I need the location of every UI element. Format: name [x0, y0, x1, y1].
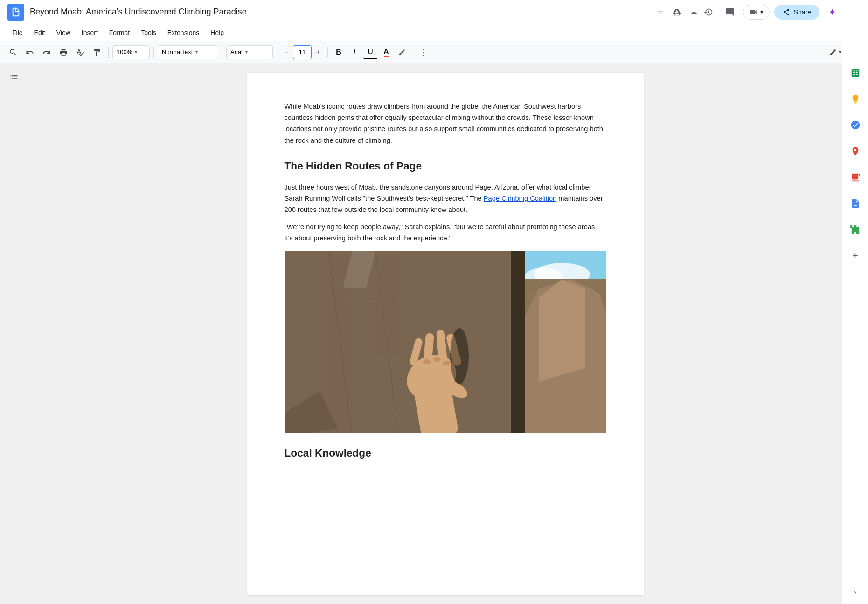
style-select[interactable]: Normal text ▾ [158, 45, 218, 59]
menu-bar: File Edit View Insert Format Tools Exten… [0, 24, 868, 41]
style-arrow: ▾ [195, 49, 198, 55]
right-panel: + › [842, 0, 868, 604]
climbing-image [285, 251, 606, 433]
sep4 [277, 47, 277, 58]
undo-button[interactable] [22, 45, 37, 60]
sep1 [108, 47, 109, 58]
svg-marker-12 [539, 279, 585, 382]
expand-panel-button[interactable]: › [854, 588, 856, 597]
svg-point-28 [450, 328, 469, 384]
sep6 [413, 47, 413, 58]
chevron-icon: › [854, 589, 856, 596]
title-bar: Beyond Moab: America's Undiscovered Clim… [0, 0, 868, 24]
menu-file[interactable]: File [7, 27, 28, 38]
maps-addon-icon[interactable] [846, 142, 865, 161]
sep5 [327, 47, 328, 58]
menu-format[interactable]: Format [104, 27, 134, 38]
menu-extensions[interactable]: Extensions [163, 27, 204, 38]
page-climbing-coalition-link[interactable]: Page Climbing Coalition [484, 195, 556, 202]
italic-button[interactable]: I [347, 45, 361, 59]
font-size-input[interactable]: 11 [293, 45, 312, 59]
section1-paragraph2: "We're not trying to keep people away," … [285, 221, 606, 244]
zoom-arrow: ▾ [135, 49, 137, 55]
scroll-area[interactable]: While Moab's iconic routes draw climbers… [28, 63, 862, 604]
sheets-addon-icon[interactable] [846, 63, 865, 82]
highlight-button[interactable] [395, 45, 409, 59]
font-size-decrease[interactable]: − [281, 47, 292, 58]
search-button[interactable] [6, 45, 21, 60]
document-page: While Moab's iconic routes draw climbers… [247, 73, 644, 595]
title-info: Beyond Moab: America's Undiscovered Clim… [30, 7, 649, 17]
outline-icon[interactable] [7, 71, 21, 86]
bold-button[interactable]: B [332, 45, 346, 59]
font-size-container: − 11 + [281, 45, 324, 59]
menu-help[interactable]: Help [206, 27, 229, 38]
cloud-icon[interactable]: ☁ [687, 6, 700, 19]
share-button[interactable]: Share [774, 5, 819, 20]
underline-button[interactable]: U [363, 45, 377, 59]
gemini-icon[interactable]: ✦ [824, 4, 840, 20]
addon-green-icon[interactable] [846, 220, 865, 239]
sep3 [222, 47, 222, 58]
meet-label: ▾ [760, 8, 764, 15]
intro-paragraph: While Moab's iconic routes draw climbers… [285, 101, 606, 146]
font-color-button[interactable]: A [379, 45, 393, 59]
paintformat-button[interactable] [90, 45, 104, 60]
keep-addon-icon[interactable] [846, 90, 865, 108]
star-icon[interactable]: ☆ [653, 6, 667, 19]
font-size-increase[interactable]: + [312, 47, 324, 58]
main-area: While Moab's iconic routes draw climbers… [0, 63, 868, 604]
title-icons: ☆ ☁ [653, 6, 700, 19]
font-arrow: ▾ [245, 49, 248, 55]
edit-mode-label: ▾ [839, 49, 842, 56]
menu-tools[interactable]: Tools [136, 27, 161, 38]
left-sidebar [0, 63, 28, 604]
drive-icon[interactable] [670, 6, 683, 19]
section2-heading: Local Knowledge [285, 444, 606, 461]
font-select[interactable]: Arial ▾ [226, 45, 273, 59]
share-label: Share [794, 8, 811, 16]
tasks-addon-icon[interactable] [846, 116, 865, 134]
more-options-button[interactable]: ⋮ [417, 46, 430, 59]
menu-view[interactable]: View [52, 27, 75, 38]
header-right: ▾ Share ✦ [700, 4, 861, 21]
sep2 [153, 47, 154, 58]
addon-blue-icon[interactable] [846, 194, 865, 213]
menu-edit[interactable]: Edit [29, 27, 50, 38]
spellcheck-button[interactable] [73, 45, 88, 60]
document-title: Beyond Moab: America's Undiscovered Clim… [30, 7, 247, 16]
redo-button[interactable] [39, 45, 54, 60]
add-addon-button[interactable]: + [846, 246, 865, 265]
toolbar: 100% ▾ Normal text ▾ Arial ▾ − 11 + B I … [0, 41, 868, 63]
addon-red-icon[interactable] [846, 168, 865, 187]
zoom-select[interactable]: 100% ▾ [112, 45, 150, 59]
section1-heading: The Hidden Routes of Page [285, 157, 606, 174]
history-icon[interactable] [700, 4, 717, 21]
print-button[interactable] [56, 45, 71, 60]
app-icon [7, 4, 24, 21]
meet-button[interactable]: ▾ [743, 5, 770, 20]
comments-icon[interactable] [722, 4, 738, 21]
menu-insert[interactable]: Insert [77, 27, 103, 38]
section1-paragraph1: Just three hours west of Moab, the sands… [285, 182, 606, 216]
